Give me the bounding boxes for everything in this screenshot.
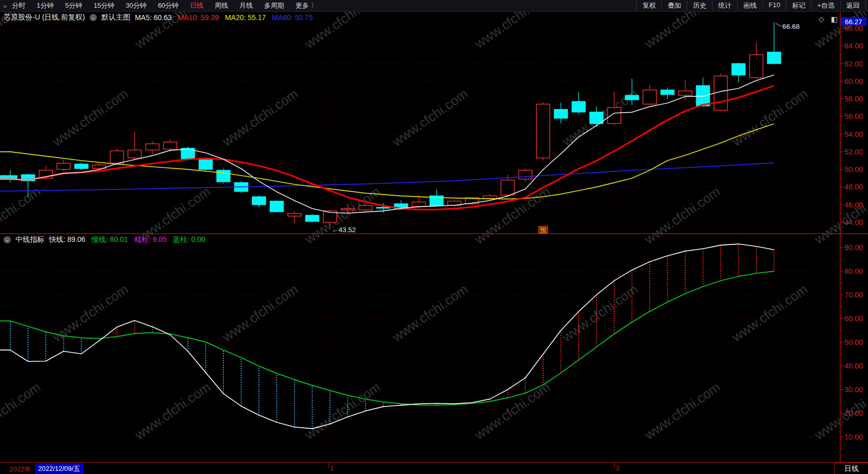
indicator-legend: 快线: 89.06慢线: 80.01红柱: 9.05蓝柱: 0.00 bbox=[49, 235, 205, 244]
candle-body bbox=[732, 64, 745, 75]
period-menu: 分时1分钟5分钟15分钟30分钟60分钟日线周线月线多周期更多 〉 bbox=[12, 1, 318, 10]
candle-body bbox=[679, 91, 692, 96]
watermark-text: www.cfchi.com bbox=[219, 282, 301, 345]
candle-body bbox=[217, 170, 230, 182]
axis-label: 40.00 bbox=[844, 362, 863, 370]
toolbar-period-5[interactable]: 60分钟 bbox=[158, 1, 179, 10]
axis-label: 10.00 bbox=[844, 433, 863, 441]
candle-body bbox=[607, 108, 621, 124]
indicator-value-0: 快线: 89.06 bbox=[49, 235, 85, 244]
candle-body bbox=[483, 196, 497, 199]
candle-body bbox=[536, 104, 550, 158]
axis-label: 56.00 bbox=[844, 112, 863, 120]
toolbar-period-1[interactable]: 1分钟 bbox=[37, 1, 54, 10]
axis-label: 70.00 bbox=[844, 291, 863, 299]
candle-body bbox=[341, 208, 355, 210]
candle-body bbox=[750, 55, 763, 78]
chevron-down-icon[interactable]: ⌄ bbox=[90, 14, 97, 21]
event-marker-label: 预 bbox=[540, 226, 546, 234]
candle-body bbox=[554, 110, 568, 118]
toolbar-period-10[interactable]: 更多 〉 bbox=[296, 1, 318, 10]
time-axis-bar: 2022年 2022/12/09/五 12 日线 bbox=[0, 462, 868, 474]
period-label: 日线 bbox=[844, 464, 859, 473]
candle-body bbox=[146, 144, 159, 150]
top-toolbar: » 分时1分钟5分钟15分钟30分钟60分钟日线周线月线多周期更多 〉 复权叠加… bbox=[0, 0, 868, 12]
toolbar-tool-4[interactable]: 画线 bbox=[737, 1, 762, 10]
chevron-down-icon[interactable]: ⌄ bbox=[4, 236, 11, 243]
ma-label-2: MA20: 55.17 bbox=[225, 13, 266, 22]
watermark-text: www.cfchi.com bbox=[728, 86, 810, 150]
toolbar-period-9[interactable]: 多周期 bbox=[264, 1, 284, 10]
main-chart-label[interactable]: 默认主图 bbox=[101, 13, 130, 22]
layout-icon[interactable]: ◧ bbox=[831, 15, 838, 23]
watermark-text: www.cfchi.com bbox=[219, 86, 301, 150]
candle-body bbox=[501, 180, 514, 195]
last-price-label: 66.27 bbox=[845, 18, 862, 26]
watermark-text: www.cfchi.com bbox=[811, 184, 868, 248]
axis-label: 62.00 bbox=[844, 60, 863, 68]
ma-label-0: MA5: 60.63 bbox=[135, 13, 172, 22]
toolbar-tool-3[interactable]: 统计 bbox=[712, 1, 737, 10]
axis-label: 54.00 bbox=[844, 130, 863, 138]
toolbar-tool-8[interactable]: 返回 bbox=[840, 1, 866, 10]
ma-label-1: MA10: 59.39 bbox=[178, 13, 219, 22]
toolbar-tool-5[interactable]: F10 bbox=[762, 1, 786, 10]
toolbar-tool-6[interactable]: 标记 bbox=[786, 1, 811, 10]
candle-body bbox=[768, 52, 781, 63]
ma60-line bbox=[0, 163, 774, 191]
candle-body bbox=[199, 160, 213, 169]
date-label[interactable]: 2022/12/09/五 bbox=[35, 463, 83, 474]
toolbar-period-6[interactable]: 日线 bbox=[190, 1, 203, 10]
axis-label: 52.00 bbox=[844, 148, 863, 156]
axis-label: 46.00 bbox=[844, 201, 863, 209]
period-cell[interactable]: 日线 bbox=[835, 463, 868, 474]
candle-body bbox=[377, 207, 390, 208]
toolbar-period-7[interactable]: 周线 bbox=[215, 1, 228, 10]
high-annotation-arrow bbox=[776, 23, 782, 26]
candle-body bbox=[661, 90, 674, 95]
candle-body bbox=[252, 197, 266, 204]
candle-body bbox=[359, 205, 372, 210]
candle-partial bbox=[0, 175, 6, 179]
toolbar-period-4[interactable]: 30分钟 bbox=[126, 1, 146, 10]
candle-body bbox=[57, 163, 71, 169]
indicator-name[interactable]: 中线指标 bbox=[15, 235, 44, 244]
toolbar-period-2[interactable]: 5分钟 bbox=[65, 1, 82, 10]
axis-label: 64.00 bbox=[844, 42, 863, 50]
ma-label-3: MA60: 50.75 bbox=[272, 13, 313, 22]
axis-label: 48.00 bbox=[844, 183, 863, 191]
diamond-icon[interactable]: ◇ bbox=[819, 15, 824, 23]
candle-body bbox=[590, 112, 603, 124]
toolbar-period-8[interactable]: 月线 bbox=[239, 1, 253, 10]
axis-label: 90.00 bbox=[844, 243, 863, 252]
toolbar-tool-0[interactable]: 复权 bbox=[636, 1, 662, 10]
low-annotation: ←43.52 bbox=[332, 226, 356, 234]
toolbar-tool-2[interactable]: 历史 bbox=[687, 1, 712, 10]
candle-body bbox=[164, 142, 177, 149]
watermark-text: www.cfchi.com bbox=[49, 86, 131, 150]
indicator-value-3: 蓝柱: 0.00 bbox=[173, 235, 205, 244]
watermark-text: www.cfchi.com bbox=[0, 379, 43, 443]
candle-body bbox=[270, 201, 284, 212]
axis-label: 60.00 bbox=[844, 314, 863, 323]
ma-legend: MA5: 60.63MA10: 59.39MA20: 55.17MA60: 50… bbox=[135, 13, 313, 22]
candle-body bbox=[128, 150, 142, 157]
toolbar-period-0[interactable]: 分时 bbox=[12, 1, 25, 10]
toolbar-tool-7[interactable]: +自选 bbox=[811, 1, 840, 10]
axis-label: 58.00 bbox=[844, 95, 863, 103]
watermark-text: www.cfchi.com bbox=[559, 282, 640, 345]
axis-label: 60.00 bbox=[844, 77, 863, 85]
toolbar-period-3[interactable]: 15分钟 bbox=[94, 1, 114, 10]
watermark-text: www.cfchi.com bbox=[641, 379, 723, 443]
axis-label: 44.00 bbox=[844, 218, 863, 226]
candle-body bbox=[697, 85, 710, 106]
year-label: 2022年 bbox=[9, 465, 31, 474]
toolbar-tool-1[interactable]: 叠加 bbox=[662, 1, 687, 10]
symbol-title: 芯原股份-U (日线.前复权) bbox=[4, 13, 85, 22]
watermark-text: www.cfchi.com bbox=[389, 86, 471, 150]
watermark-text: www.cfchi.com bbox=[471, 379, 553, 443]
collapse-panel-icon[interactable]: » bbox=[3, 2, 7, 10]
indicator-value-2: 红柱: 9.05 bbox=[134, 235, 167, 244]
indicator-title-row: ⌄ 中线指标 快线: 89.06慢线: 80.01红柱: 9.05蓝柱: 0.0… bbox=[4, 235, 205, 244]
watermark-text: www.cfchi.com bbox=[728, 282, 810, 345]
